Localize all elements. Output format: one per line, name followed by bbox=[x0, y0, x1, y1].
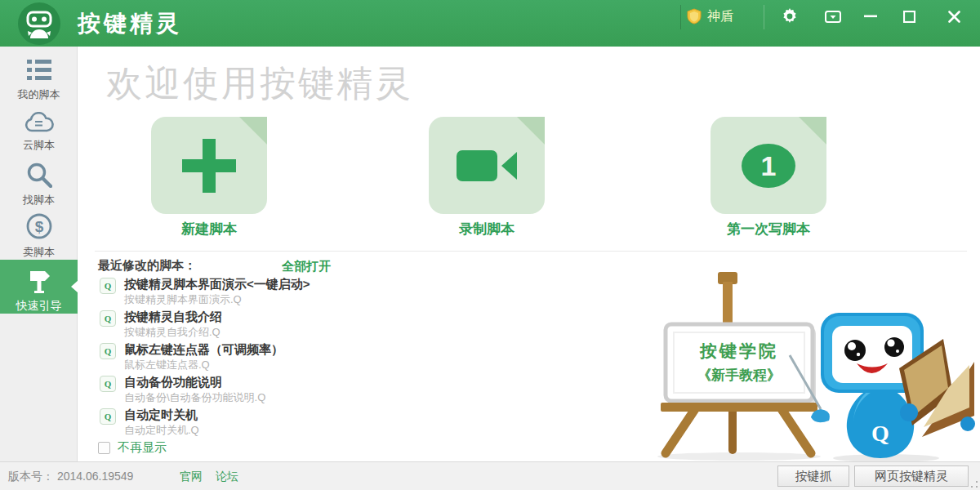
svg-text:$: $ bbox=[34, 218, 43, 235]
script-file-icon: Q bbox=[100, 376, 116, 392]
card-fold bbox=[799, 117, 826, 145]
app-window: 按键精灵 神盾 bbox=[0, 0, 980, 490]
sidebar: 我的脚本 云脚本 找脚本 $ 卖脚本 bbox=[0, 47, 78, 461]
titlebar-separator bbox=[764, 5, 764, 29]
key-capture-button[interactable]: 按键抓抓 bbox=[777, 466, 849, 487]
search-icon bbox=[26, 162, 52, 188]
titlebar-separator bbox=[680, 5, 681, 29]
main-content: 欢迎使用按键精灵 新建脚本 录制脚本 1 bbox=[78, 47, 980, 461]
script-list-item[interactable]: Q 鼠标左键连点器（可调频率） 鼠标左键连点器.Q bbox=[100, 341, 606, 374]
script-list-item[interactable]: Q 按键精灵自我介绍 按键精灵自我介绍.Q bbox=[100, 309, 606, 341]
first-script-label[interactable]: 第一次写脚本 bbox=[710, 220, 826, 238]
shield-icon bbox=[686, 8, 702, 24]
close-icon bbox=[948, 11, 960, 23]
section-divider bbox=[95, 251, 967, 252]
script-file-icon: Q bbox=[100, 408, 116, 425]
cloud-icon bbox=[24, 112, 54, 133]
script-list-item[interactable]: Q 自动备份功能说明 自动备份\自动备份功能说明.Q bbox=[100, 374, 606, 407]
first-script-card[interactable]: 1 bbox=[710, 117, 826, 214]
board-subtitle-text: 《新手教程》 bbox=[697, 367, 781, 383]
script-file-icon: Q bbox=[100, 310, 116, 327]
tray-minimize-icon bbox=[825, 11, 841, 23]
record-video-icon bbox=[455, 147, 519, 185]
open-all-link[interactable]: 全部打开 bbox=[282, 259, 331, 274]
sidebar-item-quick-guide[interactable]: 快速引导 bbox=[0, 260, 78, 314]
close-button[interactable] bbox=[938, 0, 970, 33]
version-value: 2014.06.19549 bbox=[57, 470, 133, 483]
svg-text:1: 1 bbox=[761, 150, 777, 181]
resize-grip[interactable] bbox=[971, 481, 978, 488]
script-file-icon: Q bbox=[100, 278, 116, 294]
forum-link[interactable]: 论坛 bbox=[216, 470, 238, 484]
new-script-card[interactable] bbox=[151, 117, 267, 214]
script-filename: 自动备份\自动备份功能说明.Q bbox=[124, 390, 265, 404]
sidebar-item-label: 云脚本 bbox=[0, 138, 78, 153]
script-title: 鼠标左键连点器（可调频率） bbox=[124, 341, 283, 358]
recent-scripts-list: Q 按键精灵脚本界面演示<一键启动> 按键精灵脚本界面演示.Q Q 按键精灵自我… bbox=[100, 276, 606, 439]
minimize-to-tray-button[interactable] bbox=[817, 0, 849, 33]
shield-label: 神盾 bbox=[707, 8, 733, 25]
sidebar-item-label: 我的脚本 bbox=[0, 87, 78, 102]
script-title: 按键精灵自我介绍 bbox=[124, 309, 222, 325]
my-scripts-list-icon bbox=[26, 58, 52, 82]
board-title-text: 按键学院 bbox=[699, 341, 778, 360]
version-text: 版本号： 2014.06.19549 bbox=[8, 470, 133, 484]
maximize-button[interactable] bbox=[893, 0, 925, 33]
script-file-icon: Q bbox=[100, 343, 116, 359]
script-filename: 按键精灵自我介绍.Q bbox=[124, 325, 222, 339]
gear-icon bbox=[782, 8, 798, 24]
mascot-body-letter: Q bbox=[871, 421, 889, 446]
script-filename: 鼠标左键连点器.Q bbox=[124, 358, 283, 372]
app-title: 按键精灵 bbox=[78, 0, 182, 47]
robot-logo-icon bbox=[18, 2, 60, 45]
app-logo bbox=[18, 2, 60, 45]
shield-button[interactable]: 神盾 bbox=[686, 0, 733, 33]
script-title: 自动备份功能说明 bbox=[124, 374, 265, 390]
official-site-link[interactable]: 官网 bbox=[180, 470, 203, 484]
sidebar-item-my-scripts[interactable]: 我的脚本 bbox=[0, 58, 78, 102]
new-script-label[interactable]: 新建脚本 bbox=[151, 220, 267, 238]
minimize-icon bbox=[864, 15, 877, 18]
sidebar-item-cloud-scripts[interactable]: 云脚本 bbox=[0, 112, 78, 153]
record-script-card[interactable] bbox=[429, 117, 545, 214]
signpost-icon bbox=[25, 270, 53, 294]
recent-scripts-header: 最近修改的脚本： bbox=[98, 258, 196, 274]
dont-show-label: 不再显示 bbox=[118, 440, 167, 456]
sidebar-item-find-scripts[interactable]: 找脚本 bbox=[0, 162, 78, 207]
plus-icon bbox=[179, 136, 239, 196]
dont-show-checkbox[interactable] bbox=[98, 442, 110, 454]
maximize-icon bbox=[903, 11, 915, 23]
record-script-label[interactable]: 录制脚本 bbox=[429, 220, 545, 238]
script-list-item[interactable]: Q 按键精灵脚本界面演示<一键启动> 按键精灵脚本界面演示.Q bbox=[100, 276, 606, 309]
sidebar-item-label: 快速引导 bbox=[0, 299, 78, 314]
dollar-icon: $ bbox=[25, 212, 53, 240]
sidebar-item-label: 卖脚本 bbox=[0, 245, 78, 260]
mascot-illustration: 按键学院 《新手教程》 Q bbox=[649, 264, 976, 461]
welcome-title: 欢迎使用按键精灵 bbox=[106, 60, 413, 108]
script-title: 按键精灵脚本界面演示<一键启动> bbox=[124, 276, 310, 292]
sidebar-item-label: 找脚本 bbox=[0, 193, 78, 207]
settings-button[interactable] bbox=[773, 0, 806, 33]
minimize-button[interactable] bbox=[854, 0, 887, 33]
version-label: 版本号： bbox=[8, 470, 54, 483]
sidebar-item-sell-scripts[interactable]: $ 卖脚本 bbox=[0, 212, 78, 260]
script-list-item[interactable]: Q 自动定时关机 自动定时关机.Q bbox=[100, 407, 606, 439]
card-fold bbox=[517, 117, 545, 145]
selected-item-wedge bbox=[71, 280, 78, 293]
script-filename: 按键精灵脚本界面演示.Q bbox=[124, 292, 310, 306]
dont-show-again-control[interactable]: 不再显示 bbox=[98, 440, 167, 456]
title-bar: 按键精灵 神盾 bbox=[0, 0, 980, 47]
status-bar: 版本号： 2014.06.19549 官网 论坛 按键抓抓 网页按键精灵 bbox=[0, 461, 980, 490]
web-anjian-button[interactable]: 网页按键精灵 bbox=[854, 466, 969, 487]
script-title: 自动定时关机 bbox=[124, 407, 199, 423]
card-fold bbox=[239, 117, 267, 145]
number-one-icon: 1 bbox=[740, 142, 797, 189]
script-filename: 自动定时关机.Q bbox=[124, 423, 199, 437]
